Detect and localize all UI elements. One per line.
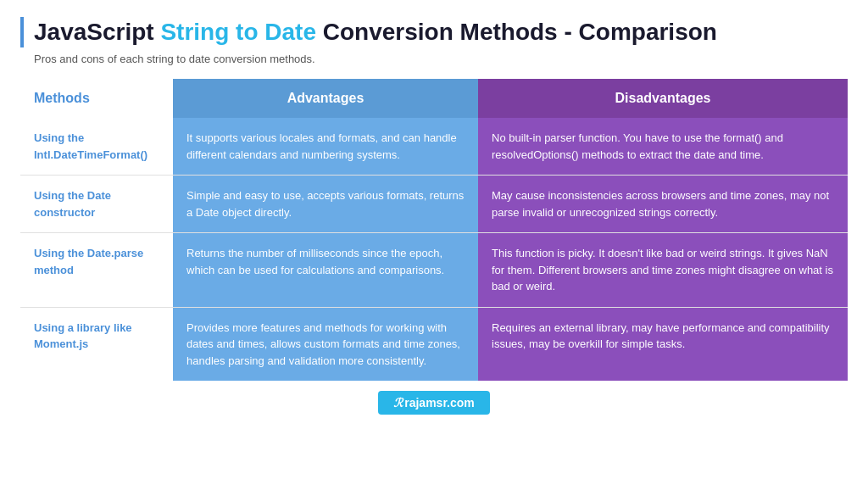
advantages-header: Advantages <box>173 79 478 118</box>
method-cell: Using a library like Moment.js <box>20 307 173 381</box>
table-header-row: Methods Advantages Disadvantages <box>20 79 848 118</box>
comparison-table: Methods Advantages Disadvantages Using t… <box>20 79 848 381</box>
advantage-cell: It supports various locales and formats,… <box>173 118 478 176</box>
method-cell: Using the Date.parse method <box>20 233 173 308</box>
method-cell: Using the Date constructor <box>20 176 173 233</box>
table-row: Using the Date.parse methodReturns the n… <box>20 233 848 308</box>
table-row: Using the Date constructorSimple and eas… <box>20 176 848 233</box>
table-row: Using a library like Moment.jsProvides m… <box>20 307 848 381</box>
title-prefix: JavaScript <box>34 19 160 45</box>
method-cell: Using the Intl.DateTimeFormat() <box>20 118 173 176</box>
advantage-cell: Simple and easy to use, accepts various … <box>173 176 478 233</box>
advantage-cell: Provides more features and methods for w… <box>173 307 478 381</box>
badge-text: rajamsr.com <box>404 396 475 410</box>
website-badge: ℛrajamsr.com <box>378 391 490 415</box>
badge-icon: ℛ <box>393 396 403 410</box>
disadvantage-cell: This function is picky. It doesn't like … <box>478 233 848 308</box>
disadvantage-cell: Requires an external library, may have p… <box>478 307 848 381</box>
footer-badge: ℛrajamsr.com <box>20 391 848 415</box>
disadvantages-header: Disadvantages <box>478 79 848 118</box>
advantage-cell: Returns the number of milliseconds since… <box>173 233 478 308</box>
title-suffix: Conversion Methods - Comparison <box>316 19 717 45</box>
title-highlight: String to Date <box>160 19 316 45</box>
table-row: Using the Intl.DateTimeFormat()It suppor… <box>20 118 848 176</box>
subtitle: Pros and cons of each string to date con… <box>20 53 848 65</box>
disadvantage-cell: No built-in parser function. You have to… <box>478 118 848 176</box>
disadvantage-cell: May cause inconsistencies across browser… <box>478 176 848 233</box>
header-section: JavaScript String to Date Conversion Met… <box>20 17 848 65</box>
methods-header: Methods <box>20 79 173 118</box>
page-title: JavaScript String to Date Conversion Met… <box>20 17 848 47</box>
